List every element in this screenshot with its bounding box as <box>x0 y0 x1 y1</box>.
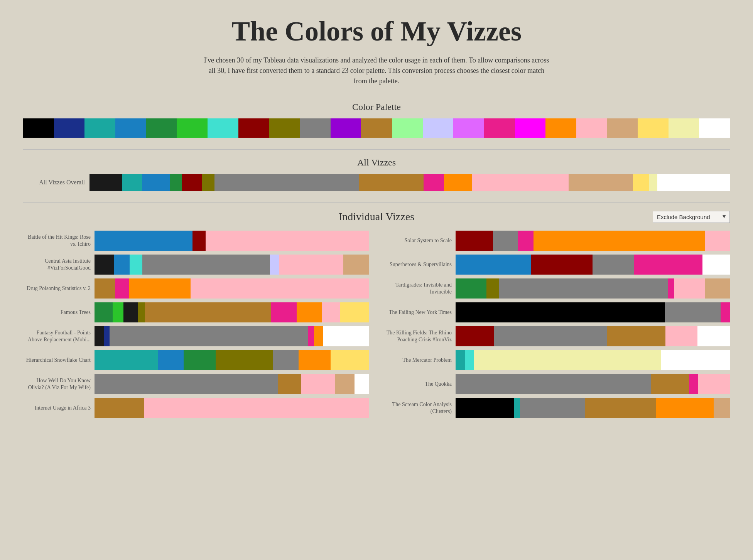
palette-swatch <box>576 118 607 138</box>
bar-segment <box>697 326 730 346</box>
bar-segment <box>705 231 730 251</box>
bar-segment <box>191 278 369 299</box>
bar-segment <box>661 350 730 370</box>
bar-segment <box>656 398 714 418</box>
viz-bar <box>456 302 730 322</box>
bar-segment <box>278 374 301 394</box>
bar-segment <box>214 174 360 191</box>
bar-segment <box>474 350 661 370</box>
bar-segment <box>520 398 584 418</box>
bar-segment <box>192 231 206 251</box>
viz-row: Solar System to Scale <box>384 231 730 251</box>
bar-segment <box>607 326 665 346</box>
all-vizzes-label: All Vizzes Overall <box>23 179 85 186</box>
viz-bar <box>456 350 730 370</box>
bar-segment <box>184 350 216 370</box>
palette-swatch <box>607 118 638 138</box>
viz-label: Superheroes & Supervillains <box>384 261 452 268</box>
exclude-dropdown[interactable]: Exclude BackgroundInclude Background <box>653 211 730 223</box>
bar-segment <box>301 374 335 394</box>
viz-row: How Well Do You Know Olivia? (A Viz For … <box>23 374 369 394</box>
viz-label: Internet Usage in Africa 3 <box>23 405 91 412</box>
right-column: Solar System to ScaleSuperheroes & Super… <box>384 231 730 422</box>
bar-segment <box>569 174 633 191</box>
bar-segment <box>651 374 689 394</box>
bar-segment <box>142 174 170 191</box>
bar-segment <box>95 278 115 299</box>
viz-bar <box>456 374 730 394</box>
palette-swatch <box>177 118 208 138</box>
bar-segment <box>145 302 271 322</box>
bar-segment <box>456 326 494 346</box>
palette-swatch <box>269 118 300 138</box>
bar-segment <box>95 326 104 346</box>
viz-bar <box>95 350 369 370</box>
bar-segment <box>129 278 191 299</box>
palette-swatch <box>23 118 54 138</box>
bar-segment <box>142 255 270 275</box>
bar-segment <box>705 278 730 299</box>
bar-segment <box>123 302 138 322</box>
viz-bar <box>456 231 730 251</box>
viz-row: Famous Trees <box>23 302 369 322</box>
viz-bar <box>95 231 369 251</box>
bar-segment <box>323 326 369 346</box>
viz-row: Central Asia Institute #VizForSocialGood <box>23 255 369 275</box>
palette-swatch <box>208 118 238 138</box>
bar-segment <box>138 302 145 322</box>
bar-segment <box>456 231 493 251</box>
bar-segment <box>668 278 674 299</box>
bar-segment <box>270 255 280 275</box>
bar-segment <box>115 278 129 299</box>
bar-segment <box>322 302 340 322</box>
palette-swatch <box>115 118 146 138</box>
palette-swatch <box>545 118 576 138</box>
bar-segment <box>114 255 130 275</box>
palette-swatch <box>331 118 361 138</box>
viz-label: The Quokka <box>384 381 452 388</box>
viz-row: The Quokka <box>384 374 730 394</box>
bar-segment <box>456 374 651 394</box>
bar-segment <box>95 398 144 418</box>
bar-segment <box>649 174 657 191</box>
viz-label: The Failing New York Times <box>384 309 452 316</box>
bar-segment <box>657 174 730 191</box>
bar-segment <box>297 302 322 322</box>
subtitle: I've chosen 30 of my Tableau data visual… <box>203 55 550 86</box>
palette-swatch <box>515 118 546 138</box>
bar-segment <box>689 374 699 394</box>
palette-swatch <box>423 118 454 138</box>
bar-segment <box>465 350 474 370</box>
bar-segment <box>665 326 698 346</box>
bar-segment <box>472 174 569 191</box>
bar-segment <box>534 231 705 251</box>
palette-swatch <box>84 118 115 138</box>
left-column: Battle of the Hit Kings: Rose vs. Ichiro… <box>23 231 369 422</box>
bar-segment <box>674 278 705 299</box>
bar-segment <box>424 174 444 191</box>
bar-segment <box>721 302 730 322</box>
bar-segment <box>456 255 531 275</box>
palette-swatch <box>300 118 331 138</box>
viz-bar <box>456 398 730 418</box>
viz-row: Internet Usage in Africa 3 <box>23 398 369 418</box>
viz-row: The Mercator Problem <box>384 350 730 370</box>
palette-swatch <box>669 118 699 138</box>
viz-row: Battle of the Hit Kings: Rose vs. Ichiro <box>23 231 369 251</box>
bar-segment <box>273 350 299 370</box>
bar-segment <box>144 398 369 418</box>
bar-segment <box>331 350 369 370</box>
bar-segment <box>335 374 355 394</box>
bar-segment <box>340 302 369 322</box>
bar-segment <box>122 174 142 191</box>
viz-bar <box>456 326 730 346</box>
viz-bar <box>95 398 369 418</box>
palette-swatch <box>638 118 669 138</box>
bar-segment <box>95 350 158 370</box>
bar-segment <box>714 398 730 418</box>
bar-segment <box>343 255 369 275</box>
bar-segment <box>494 326 607 346</box>
viz-row: The Scream Color Analysis (Clusters) <box>384 398 730 418</box>
palette-swatch <box>238 118 269 138</box>
viz-bar <box>95 278 369 299</box>
